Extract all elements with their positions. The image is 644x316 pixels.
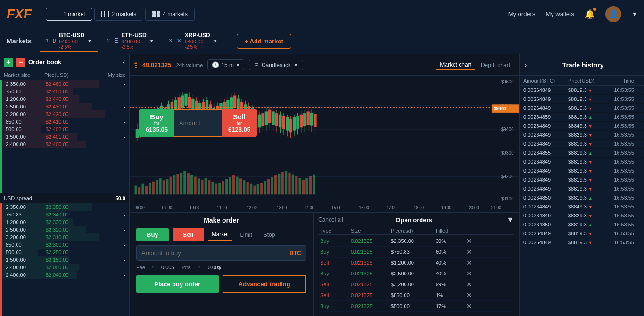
- oo-type[interactable]: Buy: [320, 303, 351, 309]
- eth-dropdown-icon[interactable]: ▼: [149, 38, 154, 43]
- avatar[interactable]: 👤: [605, 6, 621, 22]
- place-buy-order-button[interactable]: Place buy order: [136, 275, 219, 293]
- ob-buy-row: 500.00 $2,250.00 -: [0, 249, 129, 256]
- svg-rect-98: [261, 113, 264, 126]
- market-item-btc[interactable]: 1. ₿ BTC-USD 9400.00 -2.5% ▼: [40, 30, 98, 52]
- oo-type[interactable]: Buy: [320, 249, 351, 255]
- oo-type[interactable]: Sell: [320, 292, 351, 298]
- sell-row-my-size: -: [85, 111, 125, 117]
- my-orders-link[interactable]: My orders: [508, 10, 536, 17]
- sell-row-price: $2,440.00: [46, 96, 86, 102]
- sell-order-button[interactable]: Sell: [173, 228, 204, 241]
- ob-col-price: Pice(USD): [44, 72, 85, 78]
- time-selector[interactable]: 🕐 15 m ▼: [207, 59, 244, 70]
- buy-row-market-size: 1,200.00: [6, 219, 46, 225]
- center-panel: ₿ 40.021325 24h volume 🕐 15 m ▼ ⊟ Candle…: [130, 54, 519, 316]
- market-item-xrp[interactable]: 3. ✕ XRP-USD 9400.00 -2.5% ▼: [164, 30, 223, 52]
- oo-row: Buy 0.021325 $2,350.00 30% ✕: [318, 236, 514, 247]
- oo-type[interactable]: Buy: [320, 238, 351, 244]
- oo-row: Sell 0.021325 $1,200.00 40% ✕: [318, 258, 514, 268]
- buy-order-button[interactable]: Buy: [136, 228, 169, 241]
- overlay-amount-input[interactable]: [179, 119, 217, 126]
- oo-close-icon[interactable]: ✕: [466, 302, 480, 310]
- ob-sell-row: 2,350.00 $2,460.00 -: [0, 80, 129, 88]
- th-time: 16:53:55: [608, 222, 634, 227]
- tab-1market[interactable]: 1 market: [46, 8, 92, 21]
- th-row: 0.00264849 $8819.3 ▼ 16:53:55: [520, 166, 644, 175]
- btc-coin-icon: ₿: [53, 37, 56, 44]
- oo-close-icon[interactable]: ✕: [466, 281, 480, 288]
- cancel-all-button[interactable]: Cancel all: [318, 216, 343, 223]
- main-layout: + − Order book ‹ Market size Pice(USD) M…: [0, 54, 644, 316]
- oo-type[interactable]: Sell: [320, 260, 351, 266]
- oo-close-icon[interactable]: ✕: [466, 270, 480, 277]
- oo-expand-button[interactable]: ▼: [506, 216, 514, 224]
- my-wallets-link[interactable]: My wallets: [545, 10, 574, 17]
- ob-plus-button[interactable]: +: [4, 58, 13, 67]
- oo-row: Sell 0.021325 $3,200.00 99% ✕: [318, 279, 514, 290]
- limit-type-button[interactable]: Limit: [236, 230, 256, 240]
- oo-price: $500.00: [391, 303, 436, 309]
- svg-rect-178: [305, 178, 308, 194]
- eth-coin-icon: Ξ: [114, 37, 118, 44]
- oo-close-icon[interactable]: ✕: [466, 259, 480, 266]
- stop-type-button[interactable]: Stop: [260, 230, 279, 240]
- sell-row-price: $2,402.00: [46, 126, 86, 132]
- depth-chart-button[interactable]: Depth chart: [477, 60, 514, 70]
- svg-rect-150: [208, 180, 210, 194]
- btc-dropdown-icon[interactable]: ▼: [87, 38, 92, 43]
- svg-rect-112: [286, 117, 289, 131]
- chart-area: $9600 $9500 $9400 $9300 $9200 $9100 08:0…: [130, 76, 519, 212]
- th-price: $8819.3 ▼: [568, 105, 608, 111]
- sell-row-my-size: -: [85, 126, 125, 132]
- ob-minus-button[interactable]: −: [16, 58, 25, 67]
- chart-type-selector[interactable]: ⊟ Candlestick ▼: [249, 60, 303, 70]
- oo-close-icon[interactable]: ✕: [466, 248, 480, 256]
- svg-text:20:00: 20:00: [469, 205, 479, 210]
- ob-buy-row: 1,500.00 $2,150.00 -: [0, 256, 129, 264]
- oo-col-price: Pice(usd): [391, 228, 436, 233]
- th-amount: 0.00264849: [523, 141, 568, 147]
- eth-price-info: ETH-USD 9400.00 -2.5%: [121, 32, 146, 50]
- th-price: $8819.5 ▼: [568, 177, 608, 183]
- oo-price: $1,200.00: [391, 260, 436, 266]
- oo-type[interactable]: Sell: [320, 282, 351, 287]
- svg-text:12:00: 12:00: [247, 205, 257, 210]
- avatar-dropdown-icon[interactable]: ▼: [632, 11, 637, 17]
- th-dir-icon: ▼: [588, 178, 593, 183]
- add-market-button[interactable]: + Add market: [237, 34, 291, 49]
- svg-text:21:00: 21:00: [491, 205, 501, 210]
- sell-row-market-size: 1,500.00: [6, 134, 46, 140]
- advanced-trading-button[interactable]: Advanced trading: [223, 275, 307, 293]
- tab-2markets[interactable]: 2 markets: [94, 8, 144, 21]
- th-dir-icon: ▼: [588, 160, 593, 165]
- mo-amount-input[interactable]: [141, 249, 289, 257]
- th-time: 16:53:55: [608, 177, 634, 183]
- th-col-price: Price(USD): [568, 78, 608, 83]
- market-item-eth[interactable]: 2. Ξ ETH-USD 9400.00 -2.5% ▼: [101, 30, 160, 52]
- ob-collapse-icon[interactable]: ‹: [123, 57, 125, 67]
- ob-buy-row: 750.83 $2,340.00 -: [0, 211, 129, 218]
- sell-overlay-box[interactable]: Sell for 6128.05: [222, 109, 257, 137]
- chart-type-label: Candlestick: [262, 62, 291, 68]
- buy-row-my-size: -: [85, 272, 125, 278]
- notification-bell-icon[interactable]: 🔔: [585, 9, 595, 19]
- oo-filled: 30%: [436, 238, 466, 244]
- svg-text:13:00: 13:00: [277, 205, 287, 210]
- fee-label: Fee: [136, 265, 145, 270]
- th-row: 0.00264849 $8819.3 ▼ 16:53:55: [520, 184, 644, 193]
- oo-row: Buy 0.021325 $2,500.00 40% ✕: [318, 268, 514, 279]
- oo-type[interactable]: Buy: [320, 271, 351, 276]
- tab-4markets[interactable]: 4 markets: [145, 8, 195, 21]
- market-type-button[interactable]: Market: [208, 229, 233, 241]
- oo-close-icon[interactable]: ✕: [466, 291, 480, 299]
- oo-close-icon[interactable]: ✕: [466, 237, 480, 245]
- xrp-dropdown-icon[interactable]: ▼: [213, 38, 218, 43]
- oo-size: 0.021325: [351, 303, 391, 309]
- th-price: $8819.3 ▼: [568, 159, 608, 165]
- svg-rect-26: [136, 129, 139, 138]
- buy-overlay-box[interactable]: Buy for 6135.05: [139, 109, 174, 137]
- th-amount: 0.00264849: [523, 132, 568, 138]
- market-chart-button[interactable]: Market chart: [436, 60, 475, 70]
- sell-row-market-size: 850.00: [6, 119, 46, 125]
